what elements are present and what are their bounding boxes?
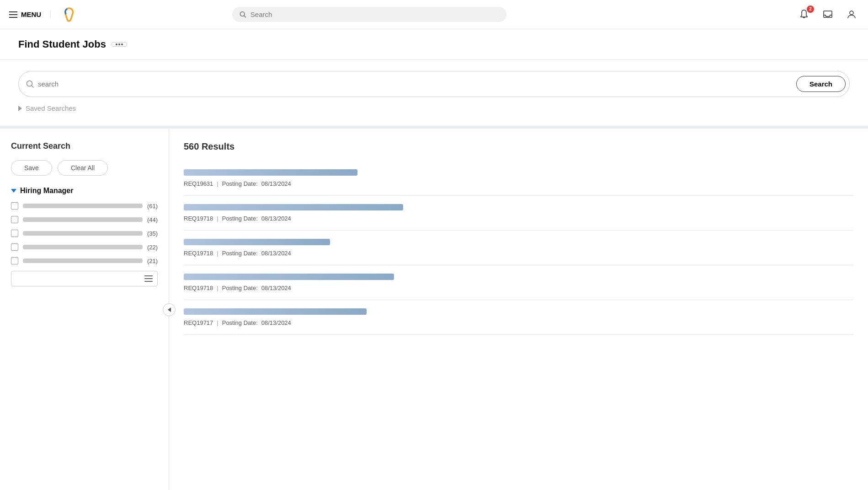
hamburger-icon (9, 11, 17, 18)
notifications-button[interactable]: 2 (797, 7, 811, 22)
result-posting-date-5: 08/13/2024 (261, 319, 291, 326)
saved-searches-toggle[interactable]: Saved Searches (18, 104, 850, 112)
result-meta-3: REQ19718 | Posting Date: 08/13/2024 (184, 250, 853, 257)
result-posting-date-3: 08/13/2024 (261, 250, 291, 257)
menu-label: MENU (21, 11, 41, 18)
filter-checkbox-3[interactable] (11, 230, 18, 237)
result-req-3: REQ19718 (184, 250, 213, 257)
filter-section-header[interactable]: Hiring Manager (11, 187, 158, 195)
workday-logo-icon (60, 5, 78, 24)
svg-line-6 (32, 86, 33, 87)
menu-button[interactable]: MENU (9, 11, 51, 18)
sidebar: Current Search Save Clear All Hiring Man… (0, 129, 169, 490)
user-icon (846, 9, 857, 20)
page-title: Find Student Jobs (18, 38, 106, 50)
filter-checkbox-5[interactable] (11, 257, 18, 264)
chevron-down-icon (11, 189, 16, 193)
result-card-3[interactable]: REQ19718 | Posting Date: 08/13/2024 (184, 231, 853, 265)
filter-label-bar-4 (23, 245, 143, 249)
filter-count-2: (44) (147, 216, 158, 223)
filter-count-5: (21) (147, 258, 158, 264)
filter-item-4: (22) (11, 243, 158, 251)
filter-label-bar-3 (23, 231, 143, 236)
result-posting-label-4: Posting Date: (222, 285, 258, 291)
result-req-2: REQ19718 (184, 215, 213, 222)
filter-label-bar-5 (23, 258, 143, 263)
saved-searches-label: Saved Searches (26, 104, 76, 112)
result-req-5: REQ19717 (184, 319, 213, 326)
nav-right-icons: 2 (797, 7, 859, 22)
results-count: 560 Results (184, 141, 853, 152)
svg-point-4 (850, 11, 853, 15)
filter-search-row (11, 271, 158, 286)
top-navigation: MENU 2 (0, 0, 868, 29)
arrow-left-icon (168, 307, 171, 312)
filter-item-1: (61) (11, 202, 158, 210)
main-search-icon (26, 80, 34, 88)
inbox-button[interactable] (820, 7, 835, 22)
result-title-bar-4 (184, 274, 394, 280)
main-search-bar: Search (18, 71, 850, 97)
result-posting-label-3: Posting Date: (222, 250, 258, 257)
chevron-right-icon (18, 106, 22, 111)
filter-count-1: (61) (147, 203, 158, 210)
save-button[interactable]: Save (11, 160, 52, 176)
filter-section-title: Hiring Manager (20, 187, 73, 195)
result-title-bar-5 (184, 308, 367, 315)
result-meta-5: REQ19717 | Posting Date: 08/13/2024 (184, 319, 853, 326)
search-icon (240, 11, 246, 18)
result-meta-2: REQ19718 | Posting Date: 08/13/2024 (184, 215, 853, 222)
result-title-bar-1 (184, 169, 357, 176)
result-posting-date-2: 08/13/2024 (261, 215, 291, 222)
result-card-4[interactable]: REQ19718 | Posting Date: 08/13/2024 (184, 265, 853, 300)
result-card-5[interactable]: REQ19717 | Posting Date: 08/13/2024 (184, 300, 853, 335)
result-title-bar-2 (184, 204, 403, 210)
result-req-1: REQ19631 (184, 180, 213, 187)
list-view-icon[interactable] (144, 275, 153, 282)
search-section: Search Saved Searches (0, 60, 868, 129)
filter-item-2: (44) (11, 216, 158, 223)
result-meta-1: REQ19631 | Posting Date: 08/13/2024 (184, 180, 853, 187)
filter-item-5: (21) (11, 257, 158, 264)
filter-checkbox-1[interactable] (11, 202, 18, 210)
filter-label-bar-2 (23, 217, 143, 222)
nav-search-input[interactable] (250, 11, 500, 18)
result-posting-label-1: Posting Date: (222, 180, 258, 187)
current-search-title: Current Search (11, 141, 158, 151)
inbox-icon (822, 9, 833, 20)
filter-count-3: (35) (147, 230, 158, 237)
result-posting-label-2: Posting Date: (222, 215, 258, 222)
result-posting-date-1: 08/13/2024 (261, 180, 291, 187)
page-header: Find Student Jobs (0, 29, 868, 60)
svg-line-2 (245, 16, 246, 17)
results-area: 560 Results REQ19631 | Posting Date: 08/… (169, 129, 868, 490)
filter-label-bar-1 (23, 204, 143, 208)
result-meta-4: REQ19718 | Posting Date: 08/13/2024 (184, 285, 853, 291)
search-button[interactable]: Search (796, 76, 846, 92)
main-content: Current Search Save Clear All Hiring Man… (0, 129, 868, 490)
clear-all-button[interactable]: Clear All (58, 160, 108, 176)
profile-button[interactable] (844, 7, 859, 22)
logo (60, 5, 78, 24)
filter-checkbox-2[interactable] (11, 216, 18, 223)
nav-search-bar[interactable] (232, 7, 506, 22)
filter-item-3: (35) (11, 230, 158, 237)
filter-checkbox-4[interactable] (11, 243, 18, 251)
result-posting-label-5: Posting Date: (222, 319, 258, 326)
result-posting-date-4: 08/13/2024 (261, 285, 291, 291)
filter-search-input[interactable] (16, 275, 141, 282)
main-search-input[interactable] (38, 80, 793, 88)
result-req-4: REQ19718 (184, 285, 213, 291)
filter-count-4: (22) (147, 244, 158, 251)
notification-badge: 2 (807, 5, 814, 13)
more-options-button[interactable] (112, 42, 127, 47)
collapse-sidebar-button[interactable] (163, 303, 176, 316)
nav-search-container (232, 7, 506, 22)
result-title-bar-3 (184, 239, 330, 245)
result-card-1[interactable]: REQ19631 | Posting Date: 08/13/2024 (184, 161, 853, 196)
sidebar-actions: Save Clear All (11, 160, 158, 176)
result-card-2[interactable]: REQ19718 | Posting Date: 08/13/2024 (184, 196, 853, 231)
